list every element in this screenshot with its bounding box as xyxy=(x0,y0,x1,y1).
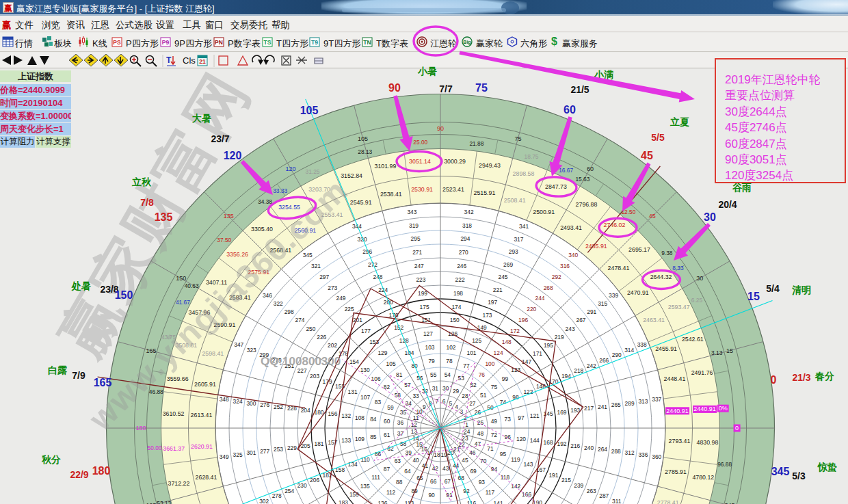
svg-text:102: 102 xyxy=(447,344,456,351)
svg-text:269: 269 xyxy=(503,261,513,268)
svg-text:90: 90 xyxy=(437,125,444,132)
svg-text:125: 125 xyxy=(472,337,481,344)
svg-text:150: 150 xyxy=(450,317,460,323)
svg-text:2530.91: 2530.91 xyxy=(411,186,433,193)
svg-text:4780.12: 4780.12 xyxy=(692,474,714,481)
svg-text:250: 250 xyxy=(306,326,315,332)
svg-text:3661.37: 3661.37 xyxy=(163,445,185,452)
svg-text:2542.61: 2542.61 xyxy=(682,336,704,343)
svg-text:229: 229 xyxy=(287,445,297,451)
svg-text:31: 31 xyxy=(432,385,439,392)
svg-text:9: 9 xyxy=(423,403,426,410)
svg-text:289: 289 xyxy=(625,400,635,407)
svg-text:158: 158 xyxy=(335,466,345,473)
svg-text:25.00: 25.00 xyxy=(413,139,427,146)
svg-text:156: 156 xyxy=(328,410,337,417)
svg-text:135: 135 xyxy=(224,213,234,220)
svg-text:46: 46 xyxy=(469,449,476,456)
svg-text:217: 217 xyxy=(584,405,594,412)
svg-text:2485.91: 2485.91 xyxy=(585,243,607,250)
svg-text:142: 142 xyxy=(511,483,520,490)
svg-text:227: 227 xyxy=(297,367,307,374)
svg-text:348: 348 xyxy=(220,396,229,403)
svg-text:131: 131 xyxy=(348,388,358,395)
svg-text:300: 300 xyxy=(246,400,256,407)
svg-text:90: 90 xyxy=(428,492,435,499)
svg-text:34.38: 34.38 xyxy=(258,198,272,205)
svg-text:204: 204 xyxy=(301,407,310,414)
svg-text:75: 75 xyxy=(514,135,521,142)
svg-text:198: 198 xyxy=(453,290,463,297)
svg-text:69: 69 xyxy=(470,468,477,475)
svg-text:148: 148 xyxy=(502,339,512,345)
svg-text:121: 121 xyxy=(530,412,540,419)
svg-text:101: 101 xyxy=(467,349,477,356)
svg-text:3.13: 3.13 xyxy=(711,349,723,356)
svg-text:295: 295 xyxy=(411,235,421,242)
svg-text:60: 60 xyxy=(384,418,390,425)
svg-text:127: 127 xyxy=(423,330,433,337)
svg-text:76: 76 xyxy=(479,371,486,378)
svg-text:21.88: 21.88 xyxy=(469,140,483,147)
svg-text:315: 315 xyxy=(598,300,607,307)
svg-text:45: 45 xyxy=(462,457,468,464)
svg-text:3101.99: 3101.99 xyxy=(374,163,396,170)
svg-text:302: 302 xyxy=(259,498,269,504)
svg-text:4830.98: 4830.98 xyxy=(696,439,718,446)
svg-text:291: 291 xyxy=(587,308,596,315)
svg-text:83: 83 xyxy=(375,399,382,406)
svg-text:313: 313 xyxy=(638,398,648,405)
svg-text:28: 28 xyxy=(462,393,468,399)
svg-text:3712.22: 3712.22 xyxy=(168,480,189,487)
svg-text:2695.17: 2695.17 xyxy=(628,246,650,253)
svg-text:7: 7 xyxy=(436,398,439,405)
svg-text:319: 319 xyxy=(409,222,419,229)
svg-text:84: 84 xyxy=(370,416,377,423)
svg-text:168: 168 xyxy=(544,439,553,446)
svg-text:2778.41: 2778.41 xyxy=(657,499,679,504)
svg-text:223: 223 xyxy=(416,276,425,283)
svg-text:2593.47: 2593.47 xyxy=(668,304,690,310)
svg-text:297: 297 xyxy=(319,274,329,280)
svg-text:323: 323 xyxy=(247,347,256,354)
svg-text:224: 224 xyxy=(378,287,388,293)
svg-text:226: 226 xyxy=(317,334,326,341)
svg-text:87: 87 xyxy=(384,466,390,473)
svg-text:75: 75 xyxy=(491,384,498,390)
svg-text:147: 147 xyxy=(522,358,531,365)
svg-text:298: 298 xyxy=(284,308,294,315)
svg-text:181: 181 xyxy=(315,440,324,447)
svg-text:6.25: 6.25 xyxy=(691,297,703,304)
svg-text:67: 67 xyxy=(445,478,451,485)
svg-text:93: 93 xyxy=(479,479,486,486)
svg-text:346: 346 xyxy=(263,292,272,299)
svg-text:9.38: 9.38 xyxy=(661,250,673,256)
svg-text:2628.41: 2628.41 xyxy=(196,474,217,481)
svg-text:2523.41: 2523.41 xyxy=(442,186,464,193)
svg-text:172: 172 xyxy=(510,328,520,334)
svg-text:2440.91: 2440.91 xyxy=(693,406,716,412)
svg-text:108: 108 xyxy=(355,414,365,421)
svg-text:2463.41: 2463.41 xyxy=(643,317,665,323)
svg-text:24: 24 xyxy=(464,428,471,435)
svg-text:55: 55 xyxy=(430,371,437,378)
svg-text:292: 292 xyxy=(552,274,561,280)
svg-text:270: 270 xyxy=(459,249,468,256)
svg-text:225: 225 xyxy=(345,306,354,313)
svg-text:3000.29: 3000.29 xyxy=(444,158,466,165)
svg-text:245: 245 xyxy=(499,274,508,280)
svg-text:2515.91: 2515.91 xyxy=(473,189,495,196)
svg-text:222: 222 xyxy=(455,276,465,283)
svg-text:2538.41: 2538.41 xyxy=(380,191,402,198)
svg-text:325: 325 xyxy=(233,451,243,458)
svg-text:45: 45 xyxy=(649,213,656,220)
svg-text:2746.02: 2746.02 xyxy=(604,222,626,228)
svg-text:301: 301 xyxy=(246,449,256,456)
svg-text:219: 219 xyxy=(555,334,564,341)
svg-text:88: 88 xyxy=(396,479,403,486)
svg-text:2500.91: 2500.91 xyxy=(533,209,555,215)
svg-text:15: 15 xyxy=(726,347,733,354)
svg-text:265: 265 xyxy=(611,401,621,408)
svg-text:2605.91: 2605.91 xyxy=(194,381,216,388)
svg-text:31.25: 31.25 xyxy=(306,168,320,175)
